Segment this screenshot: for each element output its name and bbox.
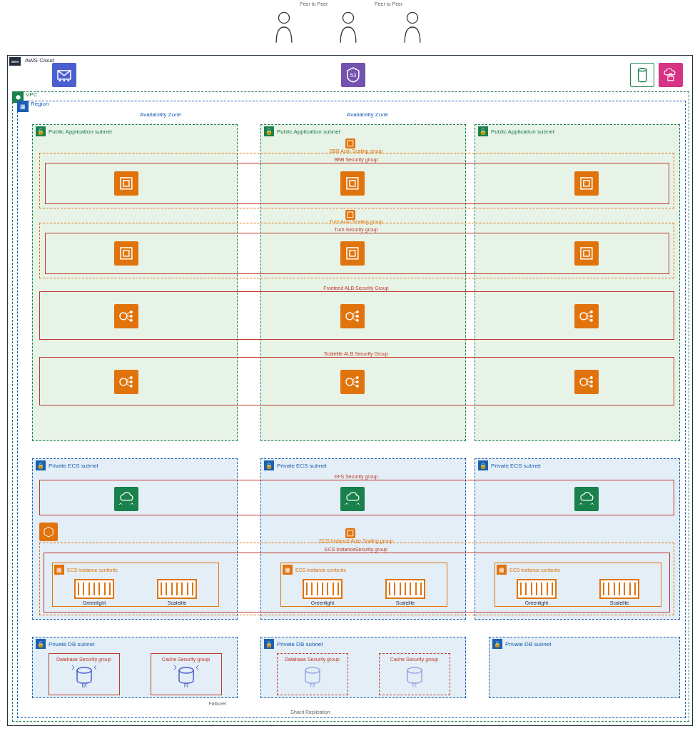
database-sg-az2: Database Security group M [277, 653, 348, 695]
private-db-subnet-az1: 🔒Private DB subnet Database Security gro… [32, 637, 238, 698]
svg-point-4 [59, 79, 61, 81]
peer-to-peer-label: Peer to Peer [300, 1, 328, 6]
ec2-instance-icon [340, 241, 365, 266]
svg-point-5 [64, 79, 66, 81]
shard-replication-label: Shard Replication [268, 710, 353, 715]
svg-point-2 [407, 12, 417, 23]
container-icon: ▦ [283, 565, 293, 575]
container-icon: ▦ [497, 565, 507, 575]
svg-rect-12 [123, 181, 129, 186]
efs-icon [114, 487, 138, 511]
lock-icon: 🔒 [264, 639, 274, 649]
svg-rect-14 [350, 181, 355, 186]
svg-point-25 [130, 311, 133, 313]
svg-point-32 [356, 311, 359, 313]
acm-icon [659, 63, 683, 87]
ses-icon [52, 63, 76, 87]
greenlight-container [303, 579, 343, 599]
scalelite-alb-sg-label: Scalelite ALB Security Group [306, 351, 406, 356]
svg-point-6 [67, 79, 69, 81]
svg-line-49 [126, 378, 130, 380]
svg-point-62 [590, 385, 593, 388]
lock-icon: 🔒 [264, 460, 274, 470]
public-subnet-label: Public Application subnet [277, 128, 340, 135]
svg-rect-13 [347, 178, 358, 189]
ecs-instance-asg-label: ECS Instance Auto Scaling group [306, 538, 406, 543]
public-subnet-label: Public Application subnet [49, 128, 112, 135]
svg-text:M: M [310, 682, 315, 689]
user-icon [339, 11, 357, 44]
elb-icon [340, 370, 365, 394]
svg-rect-10 [348, 141, 353, 146]
svg-point-1 [343, 12, 353, 23]
svg-point-71 [305, 667, 320, 673]
greenlight-label: Greenlight [303, 600, 343, 605]
lock-icon: 🔒 [478, 460, 488, 470]
svg-rect-17 [348, 212, 353, 218]
peer-to-peer-label: Peer to Peer [375, 1, 402, 6]
svg-line-65 [587, 383, 590, 386]
cache-sg-label: Cache Security group [382, 657, 447, 662]
svg-rect-15 [581, 178, 592, 189]
scalelite-container [599, 579, 639, 599]
svg-point-33 [356, 315, 359, 318]
svg-line-51 [126, 383, 130, 386]
ecs-instance-contents-label: ECS instance contents [295, 568, 346, 573]
svg-line-58 [352, 383, 356, 386]
svg-point-46 [130, 376, 133, 379]
ecs-instance-contents-az1: ▦ECS instance contents Greenlight Scalel… [52, 563, 219, 607]
svg-rect-18 [121, 248, 132, 259]
region-badge-icon: ▦ [17, 101, 29, 112]
efs-icon [340, 487, 365, 511]
aws-cloud-container: aws AWS Cloud 53 ⬢ VPC ▦ Region Availabi… [7, 55, 693, 726]
private-db-label: Private DB subnet [505, 641, 551, 647]
vpc-label: VPC [26, 91, 37, 98]
elb-icon [114, 370, 138, 394]
svg-line-35 [352, 312, 356, 315]
rds-primary-icon: M [52, 662, 116, 692]
user-icon [403, 11, 422, 44]
svg-point-31 [346, 313, 353, 320]
svg-line-42 [587, 312, 590, 315]
asg-icon [345, 528, 355, 538]
ec2-instance-icon [574, 241, 599, 266]
elb-icon [574, 370, 599, 394]
svg-text:R: R [412, 682, 417, 689]
s3-icon [630, 63, 654, 87]
svg-rect-21 [350, 251, 355, 256]
svg-point-0 [278, 12, 289, 23]
cache-sg-az2: Cache Security group R [379, 653, 450, 695]
container-icon: ▦ [54, 565, 64, 575]
database-sg-az1: Database Security group M [49, 653, 120, 695]
greenlight-container [517, 579, 557, 599]
bbb-asg-label: BBB Auto Scaling group [320, 148, 392, 153]
scalelite-label: Scalelite [385, 600, 425, 605]
svg-rect-16 [584, 181, 589, 186]
ec2-instance-icon [340, 171, 365, 196]
svg-line-44 [587, 318, 590, 321]
svg-point-45 [120, 378, 127, 385]
frontend-alb-sg-label: Frontend ALB Security Group [306, 286, 406, 291]
asg-icon [345, 138, 355, 148]
lock-icon: 🔒 [492, 639, 502, 649]
ec2-instance-icon [114, 241, 138, 266]
greenlight-container [74, 579, 114, 599]
user-icon [275, 11, 293, 44]
private-ecs-label: Private ECS subnet [491, 463, 541, 469]
svg-point-39 [590, 311, 593, 313]
lock-icon: 🔓 [36, 126, 46, 136]
svg-rect-22 [581, 248, 592, 259]
rds-standby-icon: M [280, 662, 345, 692]
scalelite-label: Scalelite [599, 600, 639, 605]
ecs-instance-contents-az3: ▦ECS instance contents Greenlight Scalel… [494, 563, 661, 607]
efs-sg-label: EFS Security group [320, 474, 392, 479]
lock-icon: 🔓 [264, 126, 274, 136]
svg-rect-23 [584, 251, 589, 256]
svg-rect-19 [123, 251, 129, 256]
svg-point-67 [77, 667, 91, 673]
db-sg-label: Database Security group [280, 657, 345, 662]
svg-point-27 [130, 319, 133, 322]
elb-icon [114, 304, 138, 328]
svg-rect-20 [347, 248, 358, 259]
greenlight-label: Greenlight [517, 600, 557, 605]
